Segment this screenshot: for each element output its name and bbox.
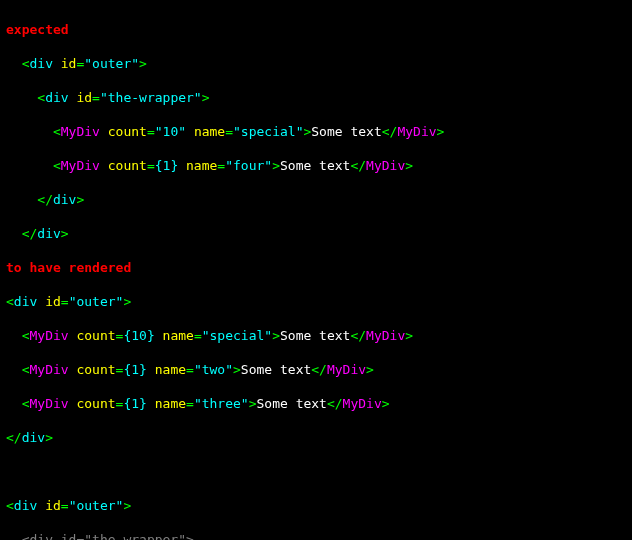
exp-l5: </div> [6,191,626,208]
act-l5: </div> [6,429,626,446]
diff-l2: <div id="the-wrapper"> [6,531,626,540]
act-l1: <div id="outer"> [6,293,626,310]
exp-l3: <MyDiv count="10" name="special">Some te… [6,123,626,140]
act-l3: <MyDiv count={1} name="two">Some text</M… [6,361,626,378]
act-l2: <MyDiv count={10} name="special">Some te… [6,327,626,344]
diff-output: { "hdr": { "expected": "expected", "rend… [0,0,632,540]
header-expected: expected [6,21,626,38]
diff-l1: <div id="outer"> [6,497,626,514]
blank [6,463,626,480]
header-rendered: to have rendered [6,259,626,276]
exp-l2: <div id="the-wrapper"> [6,89,626,106]
exp-l4: <MyDiv count={1} name="four">Some text</… [6,157,626,174]
exp-l1: <div id="outer"> [6,55,626,72]
exp-l6: </div> [6,225,626,242]
act-l4: <MyDiv count={1} name="three">Some text<… [6,395,626,412]
